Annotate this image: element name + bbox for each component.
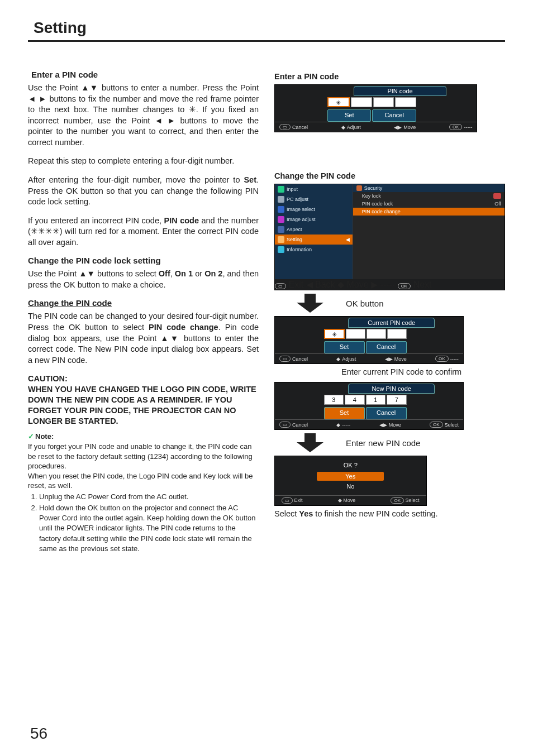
arrow-caption-ok: OK button [346,299,384,308]
heading-change-pin: Change the PIN code [28,298,259,308]
svg-marker-0 [297,294,323,313]
opt-pin-lock[interactable]: PIN code lockOff [353,200,505,208]
nav-cancel: ▭Cancel [279,124,308,130]
menu-item-information[interactable]: Information [275,245,353,255]
pin-dialog-title: PIN code [354,86,446,96]
menu-item-image-adjust[interactable]: Image adjust [275,214,353,224]
new-cell-3[interactable]: 1 [366,395,386,405]
svg-marker-1 [297,433,323,452]
note-label: Note: [28,432,54,441]
new-cell-2[interactable]: 4 [345,395,365,405]
note-step-2: Hold down the OK button on the projector… [39,503,259,554]
arrow-down-icon [297,294,323,313]
arrow-caption-new: Enter new PIN code [346,438,420,448]
menu-sidebar: Input PC adjust Image select Image adjus… [275,184,353,279]
para-change-lock: Use the Point ▲▼ buttons to select Off, … [28,269,259,290]
page-title: Setting [28,17,505,42]
note-block: Note: If you forget your PIN code and un… [28,432,259,553]
pin-cell-3[interactable] [373,97,394,107]
pin-cell-1[interactable]: ✳ [327,97,350,107]
left-column: Enter a PIN code Use the Point ▲▼ button… [28,64,259,555]
nav-ok: OK ----- [449,124,473,130]
lock-icon [356,185,362,191]
para-repeat: Repeat this step to complete entering a … [28,156,259,167]
ok-question: OK ? [275,460,426,471]
nav-move: ◀▶ Move [394,125,416,130]
pin-cell-2[interactable] [351,97,372,107]
nav-move2: ◆ Move [337,280,369,289]
panel-title: Security [364,185,383,191]
cur-cell-4[interactable] [387,329,407,339]
new-pin-title: New PIN code [348,384,435,394]
heading-change-lock: Change the PIN code lock setting [28,256,259,265]
pin-code-dialog: PIN code ✳ Set Cancel [274,84,477,132]
new-cell-1[interactable]: 3 [324,395,344,405]
cur-cancel-button[interactable]: Cancel [366,341,407,353]
note-text-2: When you reset the PIN code, the Logo PI… [28,472,253,490]
menu-item-image-select[interactable]: Image select [275,204,353,214]
no-button[interactable]: No [317,482,384,491]
right-column: Enter a PIN code PIN code ✳ Set Cancel [274,64,505,555]
current-pin-dialog: Current PIN code ✳ Set Cancel ▭Cancel ◆ … [274,316,464,364]
new-cancel-button[interactable]: Cancel [366,407,407,419]
menu-item-input[interactable]: Input [275,184,353,194]
cancel-button[interactable]: Cancel [372,109,416,122]
cur-set-button[interactable]: Set [324,341,365,353]
opt-pin-change[interactable]: PIN code change [353,208,505,216]
para-change-pin: The PIN code can be changed to your desi… [28,311,259,366]
note-text-1: If you forget your PIN code and unable t… [28,442,253,470]
nav-dash: ▶ ----- [371,280,395,289]
opt-key-lock[interactable]: Key lock [353,192,505,200]
ok-confirm-dialog: OK ? Yes No ▭ Exit ◆ Move OK Select [274,456,427,506]
arrow-down-icon [297,433,323,452]
cur-cell-3[interactable] [367,329,386,339]
para-after: After entering the four-digit number, mo… [28,175,259,208]
hint-final: Select Yes to finish the new PIN code se… [274,509,505,518]
note-step-1: Unplug the AC Power Cord from the AC out… [39,492,259,502]
caution-block: CAUTION: WHEN YOU HAVE CHANGED THE LOGO … [28,374,259,426]
illus-title-change-pin: Change the PIN code [274,171,505,180]
menu-screenshot: Input PC adjust Image select Image adjus… [274,184,505,290]
current-pin-title: Current PIN code [348,318,435,328]
yes-button[interactable]: Yes [317,472,384,481]
menu-item-pc-adjust[interactable]: PC adjust [275,194,353,204]
menu-item-setting[interactable]: Setting◀ [275,235,353,245]
cur-cell-2[interactable] [346,329,365,339]
heading-enter-pin: Enter a PIN code [31,70,259,79]
menu-item-aspect[interactable]: Aspect [275,224,353,235]
hint-current: Enter current PIN code to confirm [341,367,505,376]
nav-back: ◀ Back [306,280,335,289]
menu-panel: Security Key lock PIN code lockOff PIN c… [353,184,505,279]
cur-cell-1[interactable]: ✳ [324,329,345,339]
new-cell-4[interactable]: 7 [387,395,407,405]
nav-exit: ▭ Exit [275,280,303,289]
para-incorrect: If you entered an incorrect PIN code, PI… [28,216,259,248]
page-number: 56 [30,725,47,743]
new-pin-dialog: New PIN code 3 4 1 7 Set Cancel ▭Cancel … [274,382,464,430]
pin-cell-4[interactable] [395,97,416,107]
illus-title-enter-pin: Enter a PIN code [274,72,505,81]
set-button[interactable]: Set [327,109,372,122]
nav-next: OK Next [398,280,432,289]
new-set-button[interactable]: Set [324,407,365,419]
para-enter-pin: Use the Point ▲▼ buttons to enter a numb… [28,83,259,148]
nav-adjust: ◆ Adjust [341,125,361,130]
